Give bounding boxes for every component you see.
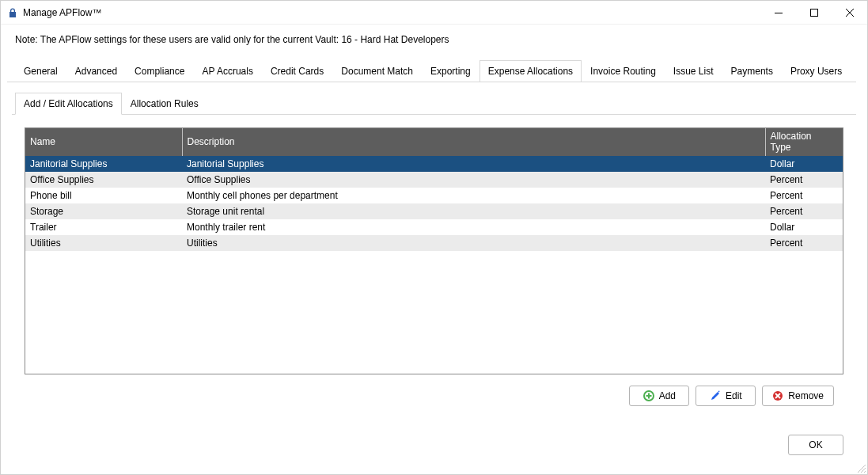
sub-tabstrip: Add / Edit AllocationsAllocation Rules bbox=[12, 92, 856, 115]
cell-description: Storage unit rental bbox=[182, 203, 765, 219]
remove-button-label: Remove bbox=[788, 390, 824, 401]
main-tab[interactable]: Proxy Users bbox=[782, 60, 851, 82]
tab-panel-expense-allocations: Add / Edit AllocationsAllocation Rules N… bbox=[7, 82, 861, 416]
main-tab[interactable]: General bbox=[15, 60, 66, 82]
sub-panel-add-edit: Name Description Allocation Type Janitor… bbox=[12, 115, 856, 416]
cell-allocation-type: Percent bbox=[765, 235, 843, 251]
col-header-name[interactable]: Name bbox=[25, 128, 182, 156]
window-maximize-button[interactable] bbox=[796, 1, 832, 25]
dialog-footer: OK bbox=[7, 416, 861, 468]
window-title: Manage APFlow™ bbox=[23, 7, 101, 18]
table-row[interactable]: UtilitiesUtilitiesPercent bbox=[25, 235, 843, 251]
main-tabstrip: GeneralAdvancedComplianceAP AccrualsCred… bbox=[7, 59, 856, 82]
note-text: Note: The APFlow settings for these user… bbox=[15, 34, 449, 45]
cell-allocation-type: Dollar bbox=[765, 219, 843, 235]
main-tab[interactable]: Invoice Routing bbox=[582, 60, 665, 82]
col-header-allocation-type[interactable]: Allocation Type bbox=[765, 128, 843, 156]
lock-icon bbox=[7, 7, 18, 18]
cell-allocation-type: Percent bbox=[765, 203, 843, 219]
cell-name: Utilities bbox=[25, 235, 182, 251]
main-tab[interactable]: Issue List bbox=[665, 60, 722, 82]
cell-name: Office Supplies bbox=[25, 172, 182, 188]
ok-button[interactable]: OK bbox=[788, 435, 843, 455]
main-tab[interactable]: Exporting bbox=[422, 60, 479, 82]
table-row[interactable]: Phone billMonthly cell phones per depart… bbox=[25, 188, 843, 203]
cell-description: Utilities bbox=[182, 235, 765, 251]
pencil-icon bbox=[710, 390, 721, 401]
cell-allocation-type: Percent bbox=[765, 188, 843, 203]
plus-icon bbox=[643, 390, 654, 401]
add-button[interactable]: Add bbox=[629, 386, 689, 406]
edit-button-label: Edit bbox=[726, 390, 742, 401]
sub-tab[interactable]: Allocation Rules bbox=[122, 93, 207, 115]
cell-name: Trailer bbox=[25, 219, 182, 235]
window-close-button[interactable] bbox=[832, 1, 867, 25]
titlebar: Manage APFlow™ bbox=[1, 1, 867, 25]
close-icon bbox=[846, 9, 854, 17]
table-row[interactable]: Janitorial SuppliesJanitorial SuppliesDo… bbox=[25, 156, 843, 172]
main-tab[interactable]: Quick Notes bbox=[851, 60, 856, 82]
maximize-icon bbox=[810, 9, 818, 17]
window-minimize-button[interactable] bbox=[760, 1, 796, 25]
ok-button-label: OK bbox=[809, 439, 822, 450]
cell-description: Monthly trailer rent bbox=[182, 219, 765, 235]
main-tab[interactable]: Compliance bbox=[126, 60, 193, 82]
col-header-description[interactable]: Description bbox=[182, 128, 765, 156]
main-tab[interactable]: Credit Cards bbox=[262, 60, 332, 82]
cell-name: Phone bill bbox=[25, 188, 182, 203]
cell-description: Monthly cell phones per department bbox=[182, 188, 765, 203]
col-header-alloc-line1: Allocation bbox=[771, 131, 812, 142]
table-header-row: Name Description Allocation Type bbox=[25, 128, 843, 156]
table-row[interactable]: StorageStorage unit rentalPercent bbox=[25, 203, 843, 219]
table-row[interactable]: TrailerMonthly trailer rentDollar bbox=[25, 219, 843, 235]
main-tab[interactable]: Expense Allocations bbox=[479, 60, 582, 82]
svg-rect-0 bbox=[810, 9, 817, 16]
cell-description: Janitorial Supplies bbox=[182, 156, 765, 172]
main-tab[interactable]: Advanced bbox=[66, 60, 126, 82]
note-row: Note: The APFlow settings for these user… bbox=[1, 25, 867, 48]
remove-button[interactable]: Remove bbox=[762, 386, 834, 406]
row-action-bar: Add Edit Remove bbox=[25, 374, 843, 409]
main-tab[interactable]: Document Match bbox=[332, 60, 422, 82]
main-tab[interactable]: Payments bbox=[722, 60, 782, 82]
sub-tab[interactable]: Add / Edit Allocations bbox=[15, 93, 122, 115]
main-tab[interactable]: AP Accruals bbox=[193, 60, 261, 82]
add-button-label: Add bbox=[659, 390, 676, 401]
cell-allocation-type: Percent bbox=[765, 172, 843, 188]
allocations-table[interactable]: Name Description Allocation Type Janitor… bbox=[25, 127, 843, 374]
minimize-icon bbox=[775, 9, 783, 17]
cell-name: Janitorial Supplies bbox=[25, 156, 182, 172]
col-header-alloc-line2: Type bbox=[771, 142, 791, 153]
table-row[interactable]: Office SuppliesOffice SuppliesPercent bbox=[25, 172, 843, 188]
remove-icon bbox=[772, 390, 783, 401]
content-wrap: GeneralAdvancedComplianceAP AccrualsCred… bbox=[1, 48, 867, 474]
cell-description: Office Supplies bbox=[182, 172, 765, 188]
cell-name: Storage bbox=[25, 203, 182, 219]
cell-allocation-type: Dollar bbox=[765, 156, 843, 172]
resize-grip-icon[interactable] bbox=[856, 463, 866, 473]
edit-button[interactable]: Edit bbox=[696, 386, 756, 406]
